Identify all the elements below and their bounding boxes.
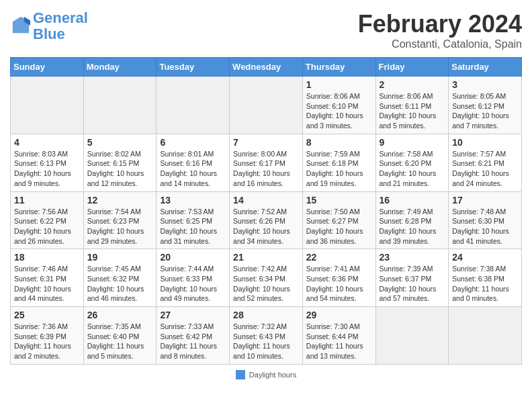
day-info: Sunrise: 7:33 AM Sunset: 6:42 PM Dayligh… xyxy=(160,322,226,361)
day-number: 1 xyxy=(306,79,372,90)
header-row: SundayMondayTuesdayWednesdayThursdayFrid… xyxy=(11,58,522,77)
day-cell: 4Sunrise: 8:03 AM Sunset: 6:13 PM Daylig… xyxy=(11,134,84,191)
day-cell: 27Sunrise: 7:33 AM Sunset: 6:42 PM Dayli… xyxy=(157,307,230,365)
header-cell-wednesday: Wednesday xyxy=(230,58,303,77)
day-cell: 5Sunrise: 8:02 AM Sunset: 6:15 PM Daylig… xyxy=(83,134,157,191)
day-info: Sunrise: 8:06 AM Sunset: 6:11 PM Dayligh… xyxy=(380,91,445,131)
day-cell: 28Sunrise: 7:32 AM Sunset: 6:43 PM Dayli… xyxy=(230,307,303,365)
day-info: Sunrise: 7:45 AM Sunset: 6:32 PM Dayligh… xyxy=(87,264,153,304)
day-cell xyxy=(157,77,230,134)
day-number: 3 xyxy=(452,79,518,90)
week-row-4: 18Sunrise: 7:46 AM Sunset: 6:31 PM Dayli… xyxy=(11,249,522,307)
day-info: Sunrise: 7:35 AM Sunset: 6:40 PM Dayligh… xyxy=(87,322,153,361)
day-cell: 12Sunrise: 7:54 AM Sunset: 6:23 PM Dayli… xyxy=(83,191,157,249)
logo-text: General Blue xyxy=(33,10,88,42)
day-cell: 16Sunrise: 7:49 AM Sunset: 6:28 PM Dayli… xyxy=(375,191,449,249)
day-cell: 10Sunrise: 7:57 AM Sunset: 6:21 PM Dayli… xyxy=(449,134,522,191)
day-number: 27 xyxy=(160,310,226,320)
week-row-3: 11Sunrise: 7:56 AM Sunset: 6:22 PM Dayli… xyxy=(11,191,522,249)
day-number: 13 xyxy=(160,195,226,205)
legend-box xyxy=(236,370,245,379)
day-cell: 7Sunrise: 8:00 AM Sunset: 6:17 PM Daylig… xyxy=(230,134,303,191)
header-cell-monday: Monday xyxy=(83,58,157,77)
day-number: 28 xyxy=(233,310,299,320)
day-cell xyxy=(83,77,157,134)
header-cell-saturday: Saturday xyxy=(449,58,522,77)
day-info: Sunrise: 7:52 AM Sunset: 6:26 PM Dayligh… xyxy=(233,207,299,246)
day-cell: 18Sunrise: 7:46 AM Sunset: 6:31 PM Dayli… xyxy=(11,249,84,307)
legend: Daylight hours xyxy=(10,370,522,379)
day-info: Sunrise: 8:03 AM Sunset: 6:13 PM Dayligh… xyxy=(14,149,80,189)
day-number: 11 xyxy=(14,195,80,205)
calendar-table: SundayMondayTuesdayWednesdayThursdayFrid… xyxy=(10,57,522,365)
day-cell: 29Sunrise: 7:30 AM Sunset: 6:44 PM Dayli… xyxy=(302,307,375,365)
day-cell: 2Sunrise: 8:06 AM Sunset: 6:11 PM Daylig… xyxy=(375,77,449,134)
day-cell: 17Sunrise: 7:48 AM Sunset: 6:30 PM Dayli… xyxy=(449,191,522,249)
day-number: 10 xyxy=(452,137,518,148)
day-cell: 22Sunrise: 7:41 AM Sunset: 6:36 PM Dayli… xyxy=(302,249,375,307)
day-info: Sunrise: 7:59 AM Sunset: 6:18 PM Dayligh… xyxy=(306,149,372,189)
day-info: Sunrise: 8:01 AM Sunset: 6:16 PM Dayligh… xyxy=(160,149,226,189)
day-cell xyxy=(375,307,449,365)
day-number: 14 xyxy=(233,195,299,205)
day-cell: 3Sunrise: 8:05 AM Sunset: 6:12 PM Daylig… xyxy=(449,77,522,134)
day-number: 6 xyxy=(160,137,226,148)
day-cell: 8Sunrise: 7:59 AM Sunset: 6:18 PM Daylig… xyxy=(302,134,375,191)
header-cell-thursday: Thursday xyxy=(302,58,375,77)
day-cell: 6Sunrise: 8:01 AM Sunset: 6:16 PM Daylig… xyxy=(157,134,230,191)
header-cell-tuesday: Tuesday xyxy=(157,58,230,77)
day-cell: 19Sunrise: 7:45 AM Sunset: 6:32 PM Dayli… xyxy=(83,249,157,307)
day-number: 16 xyxy=(380,195,445,205)
day-cell: 14Sunrise: 7:52 AM Sunset: 6:26 PM Dayli… xyxy=(230,191,303,249)
day-cell: 9Sunrise: 7:58 AM Sunset: 6:20 PM Daylig… xyxy=(375,134,449,191)
day-info: Sunrise: 8:00 AM Sunset: 6:17 PM Dayligh… xyxy=(233,149,299,189)
day-cell: 1Sunrise: 8:06 AM Sunset: 6:10 PM Daylig… xyxy=(302,77,375,134)
day-cell: 26Sunrise: 7:35 AM Sunset: 6:40 PM Dayli… xyxy=(83,307,157,365)
day-number: 8 xyxy=(306,137,372,148)
day-info: Sunrise: 7:38 AM Sunset: 6:38 PM Dayligh… xyxy=(452,264,518,304)
header-cell-friday: Friday xyxy=(375,58,449,77)
day-info: Sunrise: 7:30 AM Sunset: 6:44 PM Dayligh… xyxy=(306,322,372,361)
day-number: 9 xyxy=(380,137,445,148)
day-number: 15 xyxy=(306,195,372,205)
day-info: Sunrise: 8:06 AM Sunset: 6:10 PM Dayligh… xyxy=(306,91,372,131)
day-cell: 20Sunrise: 7:44 AM Sunset: 6:33 PM Dayli… xyxy=(157,249,230,307)
day-number: 26 xyxy=(87,310,153,320)
day-number: 2 xyxy=(380,79,445,90)
day-number: 23 xyxy=(380,252,445,263)
day-info: Sunrise: 7:36 AM Sunset: 6:39 PM Dayligh… xyxy=(14,322,80,361)
day-number: 21 xyxy=(233,252,299,263)
day-number: 7 xyxy=(233,137,299,148)
day-cell: 15Sunrise: 7:50 AM Sunset: 6:27 PM Dayli… xyxy=(302,191,375,249)
day-info: Sunrise: 7:42 AM Sunset: 6:34 PM Dayligh… xyxy=(233,264,299,304)
day-cell: 13Sunrise: 7:53 AM Sunset: 6:25 PM Dayli… xyxy=(157,191,230,249)
header-cell-sunday: Sunday xyxy=(11,58,84,77)
day-cell xyxy=(11,77,84,134)
week-row-5: 25Sunrise: 7:36 AM Sunset: 6:39 PM Dayli… xyxy=(11,307,522,365)
day-cell: 24Sunrise: 7:38 AM Sunset: 6:38 PM Dayli… xyxy=(449,249,522,307)
day-number: 18 xyxy=(14,252,80,263)
day-number: 22 xyxy=(306,252,372,263)
day-info: Sunrise: 8:05 AM Sunset: 6:12 PM Dayligh… xyxy=(452,91,518,131)
day-info: Sunrise: 7:56 AM Sunset: 6:22 PM Dayligh… xyxy=(14,207,80,246)
day-number: 20 xyxy=(160,252,226,263)
day-cell: 21Sunrise: 7:42 AM Sunset: 6:34 PM Dayli… xyxy=(230,249,303,307)
day-number: 25 xyxy=(14,310,80,320)
day-cell xyxy=(230,77,303,134)
day-info: Sunrise: 7:58 AM Sunset: 6:20 PM Dayligh… xyxy=(380,149,445,189)
day-info: Sunrise: 7:44 AM Sunset: 6:33 PM Dayligh… xyxy=(160,264,226,304)
day-cell: 23Sunrise: 7:39 AM Sunset: 6:37 PM Dayli… xyxy=(375,249,449,307)
day-info: Sunrise: 7:57 AM Sunset: 6:21 PM Dayligh… xyxy=(452,149,518,189)
week-row-2: 4Sunrise: 8:03 AM Sunset: 6:13 PM Daylig… xyxy=(11,134,522,191)
day-number: 17 xyxy=(452,195,518,205)
day-cell: 11Sunrise: 7:56 AM Sunset: 6:22 PM Dayli… xyxy=(11,191,84,249)
main-title: February 2024 xyxy=(358,10,522,38)
week-row-1: 1Sunrise: 8:06 AM Sunset: 6:10 PM Daylig… xyxy=(11,77,522,134)
day-info: Sunrise: 7:39 AM Sunset: 6:37 PM Dayligh… xyxy=(380,264,445,304)
page-header: General Blue February 2024 Constanti, Ca… xyxy=(10,10,522,50)
day-info: Sunrise: 7:53 AM Sunset: 6:25 PM Dayligh… xyxy=(160,207,226,246)
day-number: 4 xyxy=(14,137,80,148)
day-info: Sunrise: 7:54 AM Sunset: 6:23 PM Dayligh… xyxy=(87,207,153,246)
logo-icon xyxy=(11,15,30,34)
logo: General Blue xyxy=(10,10,88,42)
